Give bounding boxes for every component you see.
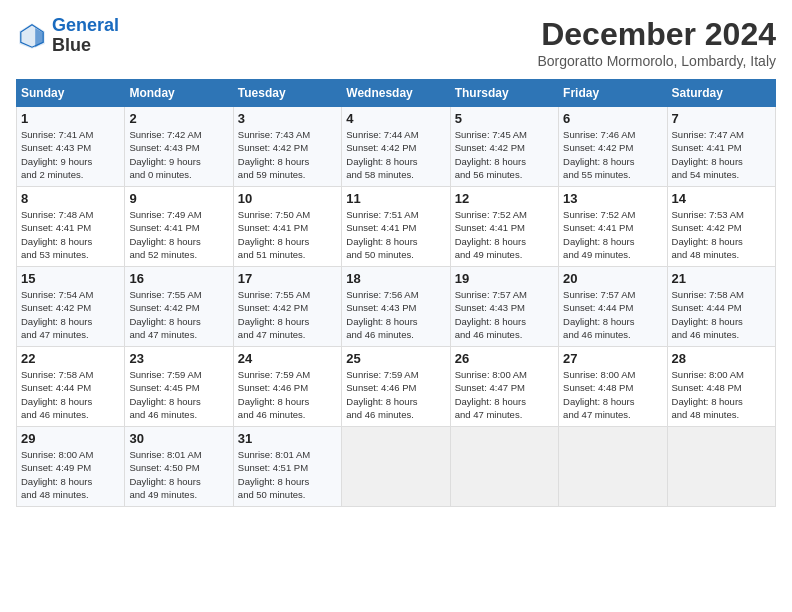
calendar-week-row: 8Sunrise: 7:48 AMSunset: 4:41 PMDaylight… [17,187,776,267]
day-info: Sunrise: 8:00 AMSunset: 4:49 PMDaylight:… [21,448,120,501]
day-number: 2 [129,111,228,126]
calendar-cell: 16Sunrise: 7:55 AMSunset: 4:42 PMDayligh… [125,267,233,347]
day-number: 11 [346,191,445,206]
location: Borgoratto Mormorolo, Lombardy, Italy [537,53,776,69]
day-info: Sunrise: 7:52 AMSunset: 4:41 PMDaylight:… [563,208,662,261]
calendar-cell: 15Sunrise: 7:54 AMSunset: 4:42 PMDayligh… [17,267,125,347]
calendar-week-row: 29Sunrise: 8:00 AMSunset: 4:49 PMDayligh… [17,427,776,507]
calendar-cell: 2Sunrise: 7:42 AMSunset: 4:43 PMDaylight… [125,107,233,187]
calendar-week-row: 22Sunrise: 7:58 AMSunset: 4:44 PMDayligh… [17,347,776,427]
day-info: Sunrise: 7:44 AMSunset: 4:42 PMDaylight:… [346,128,445,181]
calendar-cell: 18Sunrise: 7:56 AMSunset: 4:43 PMDayligh… [342,267,450,347]
day-number: 15 [21,271,120,286]
day-number: 22 [21,351,120,366]
day-number: 9 [129,191,228,206]
day-info: Sunrise: 7:59 AMSunset: 4:46 PMDaylight:… [238,368,337,421]
calendar-cell: 21Sunrise: 7:58 AMSunset: 4:44 PMDayligh… [667,267,775,347]
day-info: Sunrise: 7:57 AMSunset: 4:43 PMDaylight:… [455,288,554,341]
day-number: 3 [238,111,337,126]
day-number: 28 [672,351,771,366]
day-info: Sunrise: 7:55 AMSunset: 4:42 PMDaylight:… [238,288,337,341]
calendar-cell: 1Sunrise: 7:41 AMSunset: 4:43 PMDaylight… [17,107,125,187]
calendar-week-row: 15Sunrise: 7:54 AMSunset: 4:42 PMDayligh… [17,267,776,347]
calendar-cell [667,427,775,507]
header-thursday: Thursday [450,80,558,107]
day-info: Sunrise: 7:45 AMSunset: 4:42 PMDaylight:… [455,128,554,181]
day-info: Sunrise: 7:50 AMSunset: 4:41 PMDaylight:… [238,208,337,261]
day-info: Sunrise: 7:57 AMSunset: 4:44 PMDaylight:… [563,288,662,341]
day-number: 21 [672,271,771,286]
day-info: Sunrise: 7:51 AMSunset: 4:41 PMDaylight:… [346,208,445,261]
day-info: Sunrise: 7:41 AMSunset: 4:43 PMDaylight:… [21,128,120,181]
calendar-cell: 23Sunrise: 7:59 AMSunset: 4:45 PMDayligh… [125,347,233,427]
day-info: Sunrise: 7:55 AMSunset: 4:42 PMDaylight:… [129,288,228,341]
day-number: 31 [238,431,337,446]
header-friday: Friday [559,80,667,107]
day-number: 27 [563,351,662,366]
calendar-cell: 7Sunrise: 7:47 AMSunset: 4:41 PMDaylight… [667,107,775,187]
day-number: 29 [21,431,120,446]
day-number: 7 [672,111,771,126]
day-info: Sunrise: 7:54 AMSunset: 4:42 PMDaylight:… [21,288,120,341]
header-sunday: Sunday [17,80,125,107]
day-info: Sunrise: 7:48 AMSunset: 4:41 PMDaylight:… [21,208,120,261]
day-info: Sunrise: 7:53 AMSunset: 4:42 PMDaylight:… [672,208,771,261]
calendar-cell [342,427,450,507]
day-number: 17 [238,271,337,286]
calendar-cell: 29Sunrise: 8:00 AMSunset: 4:49 PMDayligh… [17,427,125,507]
day-info: Sunrise: 8:00 AMSunset: 4:47 PMDaylight:… [455,368,554,421]
day-info: Sunrise: 7:46 AMSunset: 4:42 PMDaylight:… [563,128,662,181]
calendar-cell: 24Sunrise: 7:59 AMSunset: 4:46 PMDayligh… [233,347,341,427]
logo-text: GeneralBlue [52,16,119,56]
day-info: Sunrise: 7:58 AMSunset: 4:44 PMDaylight:… [21,368,120,421]
day-info: Sunrise: 8:01 AMSunset: 4:50 PMDaylight:… [129,448,228,501]
day-info: Sunrise: 7:58 AMSunset: 4:44 PMDaylight:… [672,288,771,341]
day-info: Sunrise: 7:52 AMSunset: 4:41 PMDaylight:… [455,208,554,261]
calendar-cell: 3Sunrise: 7:43 AMSunset: 4:42 PMDaylight… [233,107,341,187]
day-number: 24 [238,351,337,366]
calendar-cell: 19Sunrise: 7:57 AMSunset: 4:43 PMDayligh… [450,267,558,347]
logo-icon [16,20,48,52]
day-info: Sunrise: 8:00 AMSunset: 4:48 PMDaylight:… [563,368,662,421]
calendar-cell: 22Sunrise: 7:58 AMSunset: 4:44 PMDayligh… [17,347,125,427]
day-number: 6 [563,111,662,126]
calendar-cell: 6Sunrise: 7:46 AMSunset: 4:42 PMDaylight… [559,107,667,187]
day-number: 20 [563,271,662,286]
calendar-cell: 8Sunrise: 7:48 AMSunset: 4:41 PMDaylight… [17,187,125,267]
calendar-cell: 27Sunrise: 8:00 AMSunset: 4:48 PMDayligh… [559,347,667,427]
calendar-cell [559,427,667,507]
day-info: Sunrise: 7:47 AMSunset: 4:41 PMDaylight:… [672,128,771,181]
day-number: 26 [455,351,554,366]
calendar-cell: 28Sunrise: 8:00 AMSunset: 4:48 PMDayligh… [667,347,775,427]
day-number: 13 [563,191,662,206]
days-header-row: Sunday Monday Tuesday Wednesday Thursday… [17,80,776,107]
calendar-cell: 26Sunrise: 8:00 AMSunset: 4:47 PMDayligh… [450,347,558,427]
header-saturday: Saturday [667,80,775,107]
calendar-cell: 31Sunrise: 8:01 AMSunset: 4:51 PMDayligh… [233,427,341,507]
calendar-cell: 25Sunrise: 7:59 AMSunset: 4:46 PMDayligh… [342,347,450,427]
calendar-cell: 11Sunrise: 7:51 AMSunset: 4:41 PMDayligh… [342,187,450,267]
day-number: 5 [455,111,554,126]
day-number: 14 [672,191,771,206]
calendar-cell: 13Sunrise: 7:52 AMSunset: 4:41 PMDayligh… [559,187,667,267]
calendar-cell: 12Sunrise: 7:52 AMSunset: 4:41 PMDayligh… [450,187,558,267]
day-number: 23 [129,351,228,366]
title-block: December 2024 Borgoratto Mormorolo, Lomb… [537,16,776,69]
header-monday: Monday [125,80,233,107]
day-number: 16 [129,271,228,286]
calendar-cell [450,427,558,507]
day-info: Sunrise: 7:42 AMSunset: 4:43 PMDaylight:… [129,128,228,181]
day-info: Sunrise: 7:59 AMSunset: 4:45 PMDaylight:… [129,368,228,421]
calendar-cell: 4Sunrise: 7:44 AMSunset: 4:42 PMDaylight… [342,107,450,187]
day-number: 19 [455,271,554,286]
day-number: 4 [346,111,445,126]
header-tuesday: Tuesday [233,80,341,107]
day-number: 1 [21,111,120,126]
calendar-week-row: 1Sunrise: 7:41 AMSunset: 4:43 PMDaylight… [17,107,776,187]
calendar-cell: 10Sunrise: 7:50 AMSunset: 4:41 PMDayligh… [233,187,341,267]
header-wednesday: Wednesday [342,80,450,107]
day-number: 30 [129,431,228,446]
calendar-table: Sunday Monday Tuesday Wednesday Thursday… [16,79,776,507]
day-number: 12 [455,191,554,206]
day-info: Sunrise: 7:49 AMSunset: 4:41 PMDaylight:… [129,208,228,261]
